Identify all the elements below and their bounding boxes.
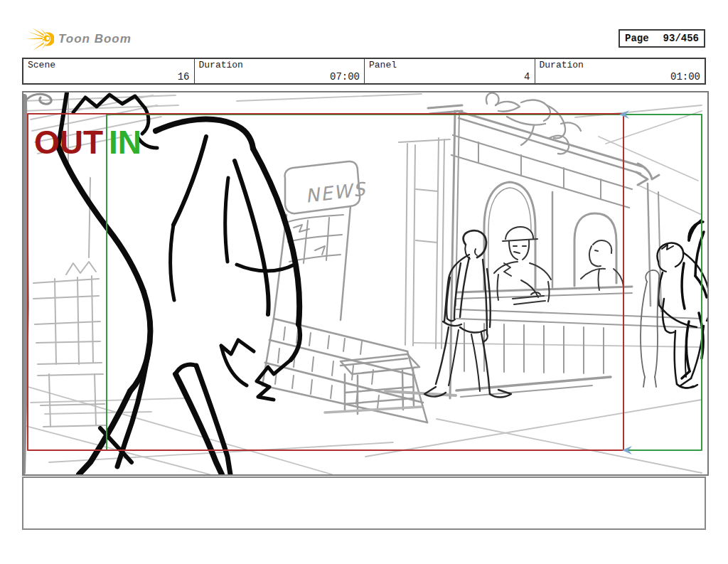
scene-cell: Scene 16 <box>23 59 194 83</box>
panel-info-table: Scene 16 Duration 07:00 Panel 4 Duration… <box>22 58 706 85</box>
panel-duration-label: Duration <box>540 60 584 70</box>
scene-duration-label: Duration <box>199 60 243 70</box>
vendor-figure <box>494 227 551 304</box>
scene-duration-value: 07:00 <box>330 71 360 83</box>
toon-boom-logo: Toon Boom <box>26 26 161 53</box>
page-number-box: Page 93/456 <box>619 29 705 48</box>
scene-label: Scene <box>28 60 55 70</box>
scene-value: 16 <box>178 71 190 83</box>
logo-text: Toon Boom <box>58 32 132 46</box>
panel-duration-cell: Duration 01:00 <box>535 59 705 83</box>
panel-value: 4 <box>524 71 530 83</box>
page-value: 93/456 <box>663 33 699 44</box>
toon-boom-logo-icon <box>26 26 54 52</box>
in-marker-label: IN <box>109 124 141 161</box>
storyboard-sketch: NEWS <box>23 92 707 474</box>
kiosk-structure <box>428 105 702 398</box>
page-label: Page <box>625 33 649 44</box>
storyboard-panel-image: NEWS <box>22 91 709 476</box>
out-marker-label: OUT <box>34 124 103 161</box>
caption-box <box>22 477 706 530</box>
panel-cell: Panel 4 <box>364 59 535 83</box>
right-edge-figure <box>682 220 707 378</box>
stool-sketch <box>325 354 422 414</box>
scene-duration-cell: Duration 07:00 <box>194 59 365 83</box>
background-doorway <box>399 138 450 348</box>
panel-label: Panel <box>369 60 397 70</box>
panel-duration-value: 01:00 <box>670 71 700 83</box>
